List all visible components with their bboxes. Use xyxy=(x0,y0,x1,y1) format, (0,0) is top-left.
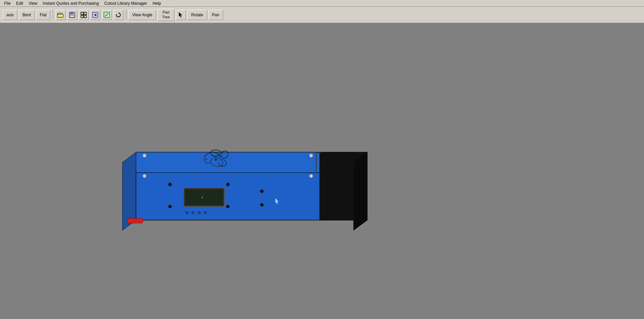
svg-point-39 xyxy=(309,154,313,157)
refresh-icon xyxy=(115,12,122,18)
grid-view-button[interactable] xyxy=(79,10,89,20)
open-button[interactable] xyxy=(55,10,66,20)
export-button[interactable] xyxy=(90,10,100,20)
svg-rect-4 xyxy=(70,15,74,17)
pan-button[interactable]: Pan xyxy=(208,10,223,20)
svg-rect-6 xyxy=(84,12,86,15)
refresh-button[interactable] xyxy=(113,10,123,20)
menu-file[interactable]: File xyxy=(1,0,13,6)
svg-point-41 xyxy=(309,174,313,178)
menu-cutout-library[interactable]: Cutout Library Manager xyxy=(102,0,150,6)
cursor-tool-button[interactable] xyxy=(176,10,186,20)
svg-rect-7 xyxy=(81,15,83,18)
svg-point-43 xyxy=(260,203,264,207)
svg-point-28 xyxy=(168,205,172,208)
svg-point-27 xyxy=(168,183,172,186)
svg-point-42 xyxy=(260,190,264,193)
part-tree-button[interactable]: Part Tree xyxy=(157,9,174,21)
menubar: File Edit View Instant Quotes and Purcha… xyxy=(0,0,644,7)
menu-help[interactable]: Help xyxy=(150,0,164,6)
rotate-button[interactable]: Rotate xyxy=(187,10,207,20)
open-icon xyxy=(57,12,64,18)
svg-rect-32 xyxy=(185,189,223,205)
svg-marker-11 xyxy=(116,14,117,15)
menu-instant-quotes[interactable]: Instant Quotes and Purchasing xyxy=(40,0,102,6)
separator-2 xyxy=(126,10,126,20)
menu-view[interactable]: View xyxy=(26,0,40,6)
svg-point-40 xyxy=(143,174,146,178)
viewport[interactable] xyxy=(0,23,644,319)
svg-point-34 xyxy=(186,211,188,214)
bent-button[interactable]: Bent xyxy=(19,10,35,20)
part-label: Part xyxy=(163,10,169,15)
flat-button[interactable]: Flat xyxy=(36,10,50,20)
axis-button[interactable]: axis xyxy=(3,10,17,20)
svg-point-24 xyxy=(220,155,222,156)
svg-rect-5 xyxy=(81,12,83,15)
svg-rect-44 xyxy=(128,218,143,223)
separator-1 xyxy=(53,10,53,20)
menu-edit[interactable]: Edit xyxy=(13,0,26,6)
svg-point-38 xyxy=(143,154,146,157)
svg-point-30 xyxy=(226,205,230,208)
view-angle-button[interactable]: View Angle xyxy=(129,10,156,20)
toolbar: axis Bent Flat xyxy=(0,7,644,23)
svg-rect-3 xyxy=(70,12,73,14)
svg-marker-21 xyxy=(354,152,367,230)
svg-point-29 xyxy=(226,183,230,186)
svg-point-35 xyxy=(192,211,194,214)
svg-point-36 xyxy=(198,211,201,214)
svg-point-37 xyxy=(204,211,207,214)
svg-rect-8 xyxy=(84,15,86,18)
cursor-icon xyxy=(177,12,184,18)
grid-icon xyxy=(80,12,87,18)
export-icon xyxy=(92,12,99,18)
svg-point-33 xyxy=(202,197,203,198)
save-button[interactable] xyxy=(67,10,77,20)
save-icon xyxy=(69,12,75,18)
svg-marker-12 xyxy=(179,12,182,18)
3d-model xyxy=(109,132,381,241)
svg-rect-1 xyxy=(57,14,63,17)
edit-icon xyxy=(103,12,110,18)
svg-point-23 xyxy=(215,159,217,161)
edit-button[interactable] xyxy=(102,10,112,20)
tree-label: Tree xyxy=(162,15,170,19)
